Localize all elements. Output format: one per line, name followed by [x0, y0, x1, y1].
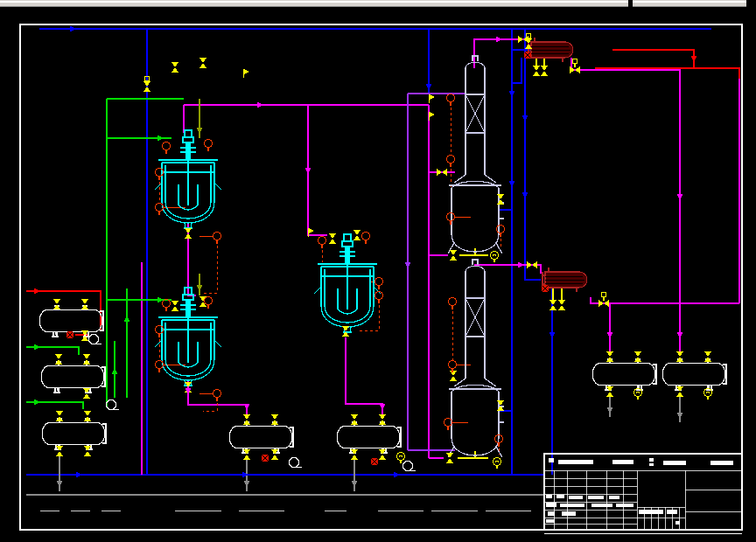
- pump-icon-red: [66, 331, 74, 339]
- flow-arrow-icon: [242, 472, 249, 477]
- valve-icon: [185, 228, 192, 239]
- flow-arrow-icon: [352, 481, 357, 488]
- valve-icon: [518, 36, 528, 43]
- valve-icon: [533, 66, 540, 76]
- valve-icon: [84, 411, 91, 421]
- title-block: [544, 454, 742, 530]
- valve-icon: [56, 411, 63, 421]
- valve-icon: [704, 351, 711, 362]
- valve-icon: [437, 169, 447, 176]
- steam-trap-icon: [494, 458, 501, 469]
- flow-arrow-icon: [257, 102, 264, 108]
- pump-icon-red: [542, 285, 550, 293]
- valve-icon: [676, 351, 683, 362]
- flow-arrow-icon: [305, 168, 311, 175]
- instrument-icon: [497, 226, 505, 238]
- pump-icon: [89, 335, 102, 344]
- flow-arrow-icon: [509, 91, 514, 98]
- pump-icon: [403, 462, 416, 471]
- instrument-icon: [449, 361, 457, 373]
- flow-arrow-icon: [380, 404, 385, 411]
- pump-icon-red: [262, 455, 270, 462]
- flow-arrow-icon: [158, 136, 164, 141]
- valve-icon: [243, 449, 250, 460]
- valve-icon: [81, 299, 88, 309]
- column-t102: [448, 260, 504, 457]
- valve-icon: [354, 230, 360, 240]
- flow-arrow-icon: [677, 194, 682, 201]
- pump-icon-red: [371, 458, 379, 466]
- exchanger-e101: [528, 38, 573, 62]
- flow-arrow-icon: [607, 332, 612, 339]
- valve-icon: [558, 300, 565, 310]
- valves-layer: [53, 33, 711, 463]
- valve-icon: [55, 354, 62, 365]
- instrument-icon: [205, 140, 213, 152]
- window-chrome: [0, 0, 756, 7]
- flow-arrow-icon: [76, 472, 83, 477]
- flow-arrow-icon: [394, 472, 401, 477]
- tank-c101: [42, 419, 106, 449]
- flow-arrow-icon: [509, 181, 514, 188]
- exchanger-e102: [542, 268, 587, 292]
- flow-arrow-icon: [70, 26, 77, 31]
- valve-icon: [81, 330, 88, 341]
- flow-arrow-icon: [158, 297, 164, 302]
- instrument-icon: [375, 278, 383, 290]
- equipment-layer: [39, 38, 726, 457]
- flow-arrow-icon: [691, 56, 696, 63]
- flow-arrow-icon: [426, 84, 431, 91]
- pumps-layer: [66, 52, 712, 471]
- flow-arrows: [34, 26, 696, 488]
- valve-icon: [446, 453, 453, 463]
- flow-arrow-icon: [34, 344, 41, 350]
- process-line-violet: [408, 94, 465, 450]
- blowdown-lines-gray: [26, 395, 680, 495]
- instrument-icon: [156, 361, 164, 373]
- valve-icon: [527, 261, 537, 268]
- valve-icon: [271, 449, 278, 460]
- pipe-class-flag-icon: [243, 69, 248, 78]
- valve-icon: [497, 400, 504, 411]
- flow-arrow-icon: [677, 413, 682, 420]
- valve-icon: [606, 386, 613, 397]
- flow-arrow-icon: [197, 285, 202, 292]
- valve-icon: [342, 326, 349, 337]
- flow-arrow-icon: [550, 332, 555, 339]
- valve-icon: [84, 446, 91, 456]
- control-valve-icon: [570, 66, 580, 73]
- process-lines-magenta: [142, 39, 739, 475]
- pump-icon-red: [524, 52, 532, 59]
- title-block-filled-cells: [546, 458, 733, 525]
- flow-arrow-icon: [34, 400, 41, 405]
- valve-icon: [329, 233, 336, 244]
- instrument-icon: [447, 156, 455, 168]
- tank-c106: [592, 359, 656, 390]
- instrument-icon: [214, 390, 221, 402]
- feed-lines-green: [26, 99, 184, 409]
- feed-lines-red: [26, 50, 739, 335]
- valve-icon: [200, 58, 206, 68]
- process-flow-diagram: [0, 0, 756, 542]
- valve-icon: [379, 414, 386, 425]
- valve-icon: [450, 371, 457, 381]
- flow-arrow-icon: [244, 481, 249, 488]
- valve-icon: [379, 449, 386, 460]
- instrument-icon: [449, 298, 457, 310]
- flow-arrow-icon: [197, 128, 202, 135]
- valve-icon: [634, 351, 641, 362]
- valve-icon: [450, 250, 457, 261]
- valve-icon: [172, 301, 178, 311]
- flow-arrow-icon: [522, 192, 528, 199]
- valve-icon: [243, 414, 250, 425]
- flow-arrow-icon: [518, 262, 525, 268]
- tank-c107: [662, 359, 726, 390]
- flow-arrow-icon: [607, 407, 612, 414]
- valve-icon: [541, 66, 548, 76]
- flow-arrow-icon: [34, 288, 41, 294]
- pump-icon: [107, 400, 120, 410]
- steam-trap-icon: [397, 453, 405, 464]
- instrument-icon: [375, 292, 383, 304]
- instrument-icon: [163, 300, 171, 312]
- valve-icon: [56, 446, 63, 456]
